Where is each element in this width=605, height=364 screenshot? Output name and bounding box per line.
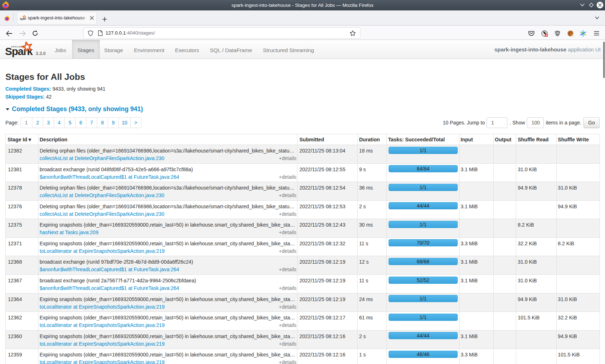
svg-text:UO: UO (556, 32, 559, 34)
